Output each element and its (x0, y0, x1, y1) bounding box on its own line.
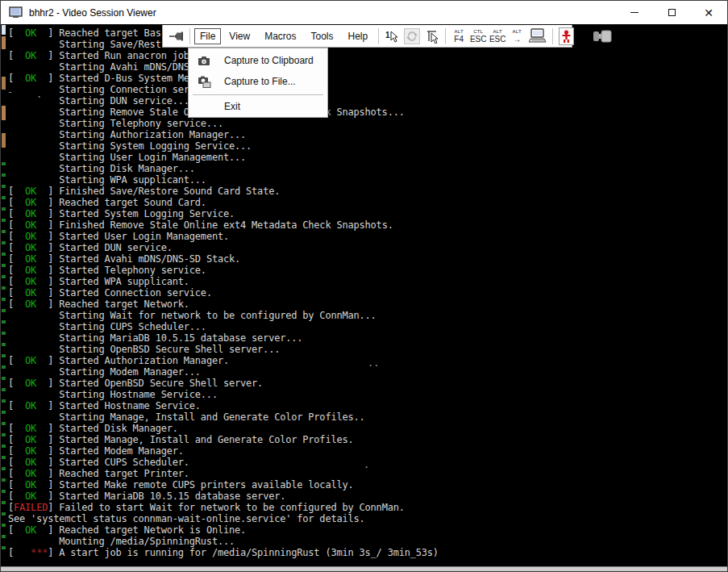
menu-view[interactable]: View (223, 28, 256, 44)
console-line: [ ***] A start job is running for /media… (8, 547, 439, 558)
menu-tools[interactable]: Tools (304, 28, 339, 44)
console-line: [ OK ] Started Connection service. (8, 287, 439, 299)
titlebar: bhhr2 - Video Session Viewer ✕ (1, 1, 727, 25)
left-edge-artifact (2, 133, 6, 148)
maximize-button[interactable] (653, 1, 690, 24)
console-line: [ OK ] Started System Logging Service. (8, 208, 439, 219)
left-edge-artifact (2, 36, 6, 49)
menu-item-label: Capture to File... (224, 76, 296, 87)
red-user-icon (559, 27, 574, 45)
console-line: [ OK ] Started WPA supplicant. (8, 276, 439, 287)
window-controls: ✕ (616, 1, 727, 24)
menu-file[interactable]: File (194, 28, 221, 44)
console-line: Starting Telephony service... (8, 118, 439, 129)
pin-toolbar-button[interactable] (167, 27, 186, 46)
console-line: [ OK ] Started Disk Manager. (8, 423, 439, 434)
key-label: F4 (454, 35, 464, 44)
left-edge-artifact (2, 77, 6, 90)
console-line: Starting MariaDB 10.5.15 database server… (8, 332, 439, 344)
connector-plug-icon (592, 28, 614, 44)
remote-console-view: [ OK ] Reached target Bas Starting Save/… (2, 25, 726, 566)
pushpin-icon (169, 31, 184, 42)
send-alt-f4-button[interactable]: ALTF4 (449, 27, 468, 46)
toolbar-separator (189, 28, 190, 44)
close-button[interactable]: ✕ (690, 1, 727, 24)
console-line: [ OK ] Started Avahi mDNS/DNS-SD Stack. (8, 253, 439, 265)
menu-help[interactable]: Help (342, 28, 375, 44)
viewer-toolbar: FileViewMacrosToolsHelp 1 (162, 25, 572, 48)
console-line: [ OK ] Started Modem Manager. (8, 445, 439, 457)
menubar: FileViewMacrosToolsHelp (193, 28, 375, 44)
screen-artifact: - (7, 86, 13, 98)
window-title: bhhr2 - Video Session Viewer (29, 7, 156, 19)
window-bottom-border (1, 566, 727, 571)
file-menu-dropdown: Capture to ClipboardCapture to File...Ex… (188, 48, 328, 118)
single-cursor-icon: 1 (385, 29, 399, 44)
console-line: [ OK ] Started DUN service. (8, 242, 439, 253)
single-cursor-button[interactable]: 1 (382, 27, 401, 46)
camera-file-icon (195, 76, 213, 88)
console-line: Starting Wait for network to be configur… (8, 310, 439, 321)
console-line: [ OK ] Reached target Network. (8, 299, 439, 310)
key-label: ALT (513, 29, 522, 35)
console-line: [ OK ] Started Manage, Install and Gener… (8, 434, 439, 445)
console-line: [ OK ] Started Telephony service. (8, 265, 439, 276)
console-line: Mounting /media/SpinningRust... (8, 536, 439, 547)
maximize-icon (668, 9, 676, 16)
svg-text:1: 1 (385, 31, 390, 40)
send-alt-esc-button[interactable]: ALTESC (488, 27, 507, 46)
menu-item-label: Capture to Clipboard (224, 55, 314, 66)
console-line: Starting CUPS Scheduler... (8, 321, 439, 332)
video-session-viewer-window: bhhr2 - Video Session Viewer ✕ [ OK ] Re… (0, 0, 728, 572)
console-line: Starting Hostname Service... (8, 389, 439, 400)
left-edge-artifact (2, 154, 6, 557)
local-cursor-button[interactable] (422, 27, 442, 46)
key-label: ALT (455, 29, 464, 35)
send-alt-→-button[interactable]: ALT→ (507, 27, 526, 46)
console-line: [ OK ] Finished Save/Restore Sound Card … (8, 186, 439, 197)
console-line: Starting User Login Management... (8, 152, 439, 163)
console-line: [ OK ] Started User Login Management. (8, 231, 439, 242)
console-line: [ OK ] Started Hostname Service. (8, 400, 439, 411)
screen-artifact: .. (368, 357, 379, 369)
key-label: CTL (473, 29, 483, 35)
monitor-icon (9, 6, 23, 19)
pointer-line-icon (425, 29, 439, 44)
close-icon: ✕ (704, 7, 713, 19)
computer-keyboard-icon (529, 28, 547, 44)
menu-item-exit[interactable]: Exit (189, 98, 327, 115)
toolbar-separator (378, 28, 379, 44)
send-keys-group: ALTF4CTLESCALTESCALT→ (449, 27, 526, 46)
menu-item-capture-to-file[interactable]: Capture to File... (189, 71, 327, 92)
send-ctl-esc-button[interactable]: CTLESC (468, 27, 488, 46)
key-label: ALT (493, 29, 502, 35)
menu-item-capture-to-clipboard[interactable]: Capture to Clipboard (189, 50, 327, 71)
console-line: [ OK ] Started Make remote CUPS printers… (8, 479, 439, 491)
console-line: [ OK ] Reached target Printer. (8, 468, 439, 479)
minimize-button[interactable] (616, 1, 653, 24)
screen-artifact: . (36, 89, 42, 100)
refresh-button[interactable] (401, 27, 422, 46)
console-line: See 'systemctl status connman-wait-onlin… (8, 513, 439, 524)
console-line: Starting OpenBSD Secure Shell server... (8, 344, 439, 355)
refresh-icon (404, 28, 420, 44)
console-line: Starting System Logging Service... (8, 140, 439, 152)
key-label: ESC (489, 35, 506, 44)
left-edge-artifact (2, 106, 6, 120)
send-keyboard-button[interactable] (526, 27, 549, 46)
toolbar-separator (445, 28, 446, 44)
user-session-button[interactable] (556, 27, 576, 46)
console-line: Starting Disk Manager... (8, 163, 439, 174)
console-line: [ OK ] Reached target Network is Online. (8, 524, 439, 536)
minimize-icon (630, 12, 639, 13)
console-line: [ OK ] Started MariaDB 10.5.15 database … (8, 491, 439, 502)
console-line: Starting Authorization Manager... (8, 129, 439, 140)
key-label: ESC (470, 35, 487, 44)
disconnect-button[interactable] (589, 27, 617, 46)
console-line: Starting Manage, Install and Generate Co… (8, 411, 439, 423)
menu-item-label: Exit (224, 101, 240, 112)
console-line: [ OK ] Started CUPS Scheduler. (8, 457, 439, 468)
left-edge-artifact (2, 25, 6, 35)
menu-macros[interactable]: Macros (258, 28, 302, 44)
console-line: [ OK ] Reached target Sound Card. (8, 197, 439, 208)
